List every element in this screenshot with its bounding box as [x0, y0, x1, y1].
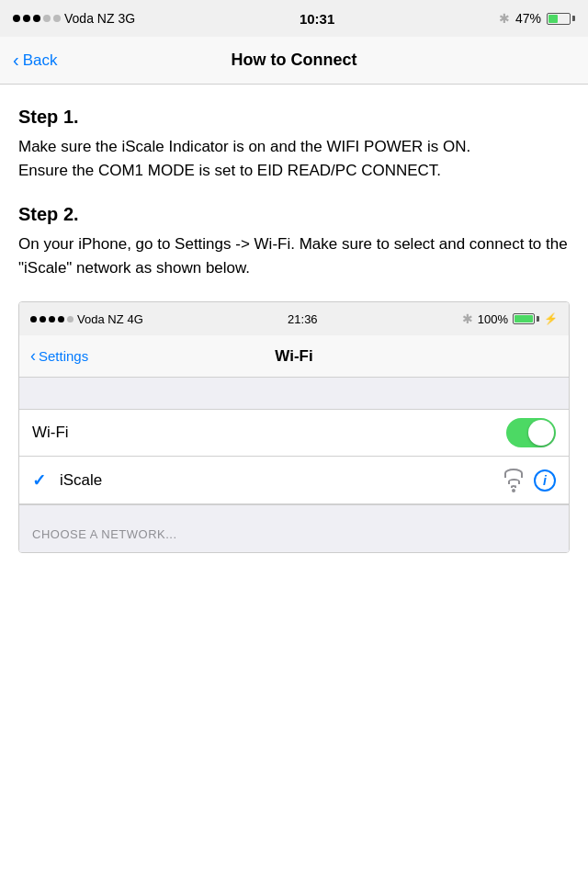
inner-network: 4G	[128, 312, 143, 326]
inner-battery-body	[513, 313, 535, 324]
signal-dot-1	[13, 15, 20, 22]
inner-carrier: Voda NZ	[77, 312, 124, 326]
inner-page-title: Wi-Fi	[275, 347, 312, 366]
page-title: How to Connect	[232, 51, 357, 70]
step1-heading: Step 1.	[18, 107, 570, 128]
back-chevron-icon: ‹	[13, 50, 19, 71]
checkmark-icon: ✓	[32, 470, 51, 491]
wifi-toggle-row[interactable]: Wi-Fi	[19, 409, 569, 457]
status-bar: Voda NZ 3G 10:31 ✱ 47%	[0, 0, 588, 37]
wifi-settings-list: Wi-Fi ✓ iScale i	[19, 378, 569, 552]
inner-dot-1	[30, 316, 37, 322]
signal-dots	[13, 15, 61, 22]
status-right: ✱ 47%	[499, 11, 575, 26]
back-label: Back	[23, 51, 58, 70]
bluetooth-icon: ✱	[499, 11, 510, 26]
battery-fill	[548, 15, 558, 23]
wifi-toggle-label: Wi-Fi	[32, 424, 69, 442]
wifi-arc-small	[511, 485, 516, 488]
inner-back-chevron-icon: ‹	[30, 346, 36, 366]
content-area: Step 1. Make sure the iScale Indicator i…	[0, 85, 588, 553]
inner-dot-5	[67, 316, 74, 322]
info-icon[interactable]: i	[534, 469, 556, 492]
wifi-toggle[interactable]	[506, 418, 556, 447]
battery-tip	[572, 16, 575, 21]
step2-heading: Step 2.	[18, 204, 570, 225]
inner-battery-pct: 100%	[478, 312, 508, 326]
status-time: 10:31	[300, 11, 334, 27]
inner-time: 21:36	[288, 312, 318, 326]
network-label: 3G	[118, 11, 135, 26]
wifi-dot-icon	[512, 489, 515, 492]
back-button[interactable]: ‹ Back	[13, 50, 57, 71]
inner-battery-tip	[537, 316, 539, 322]
inner-nav-bar: ‹ Settings Wi-Fi	[19, 335, 569, 378]
inner-status-left: Voda NZ 4G	[30, 312, 143, 326]
inner-status-bar: Voda NZ 4G 21:36 ✱ 100% ⚡	[19, 302, 569, 335]
inner-back-label: Settings	[39, 348, 88, 364]
step2-text: On your iPhone, go to Settings -> Wi-Fi.…	[18, 232, 570, 279]
iscale-icons: i	[504, 469, 556, 492]
choose-network-section: CHOOSE A NETWORK...	[19, 504, 569, 552]
lightning-icon: ⚡	[544, 312, 558, 325]
battery-body	[547, 13, 571, 25]
inner-signal-dots	[30, 316, 74, 322]
nav-bar: ‹ Back How to Connect	[0, 37, 588, 85]
embedded-screenshot: Voda NZ 4G 21:36 ✱ 100% ⚡ ‹ Settings	[18, 301, 570, 553]
wifi-section-spacer	[19, 378, 569, 409]
signal-dot-2	[23, 15, 30, 22]
inner-dot-4	[58, 316, 64, 322]
wifi-signal-icon	[504, 469, 523, 492]
status-left: Voda NZ 3G	[13, 11, 135, 26]
iscale-network-row[interactable]: ✓ iScale i	[19, 457, 569, 504]
choose-network-label: CHOOSE A NETWORK...	[32, 527, 177, 541]
inner-battery-fill	[514, 315, 533, 322]
inner-status-right: ✱ 100% ⚡	[462, 311, 558, 326]
inner-bluetooth-icon: ✱	[462, 311, 473, 326]
inner-battery-icon	[513, 313, 539, 324]
wifi-arc-large	[504, 469, 523, 478]
toggle-knob	[528, 420, 554, 446]
battery-icon	[547, 13, 575, 25]
inner-dot-2	[40, 316, 46, 322]
iscale-network-label: iScale	[60, 471, 495, 490]
wifi-arc-medium	[508, 479, 520, 484]
inner-dot-3	[49, 316, 55, 322]
inner-back-button[interactable]: ‹ Settings	[30, 346, 88, 366]
signal-dot-3	[33, 15, 40, 22]
step1-text: Make sure the iScale Indicator is on and…	[18, 135, 570, 182]
signal-dot-4	[43, 15, 51, 22]
carrier-label: Voda NZ	[64, 11, 114, 26]
signal-dot-5	[53, 15, 61, 22]
battery-pct-label: 47%	[515, 11, 541, 26]
